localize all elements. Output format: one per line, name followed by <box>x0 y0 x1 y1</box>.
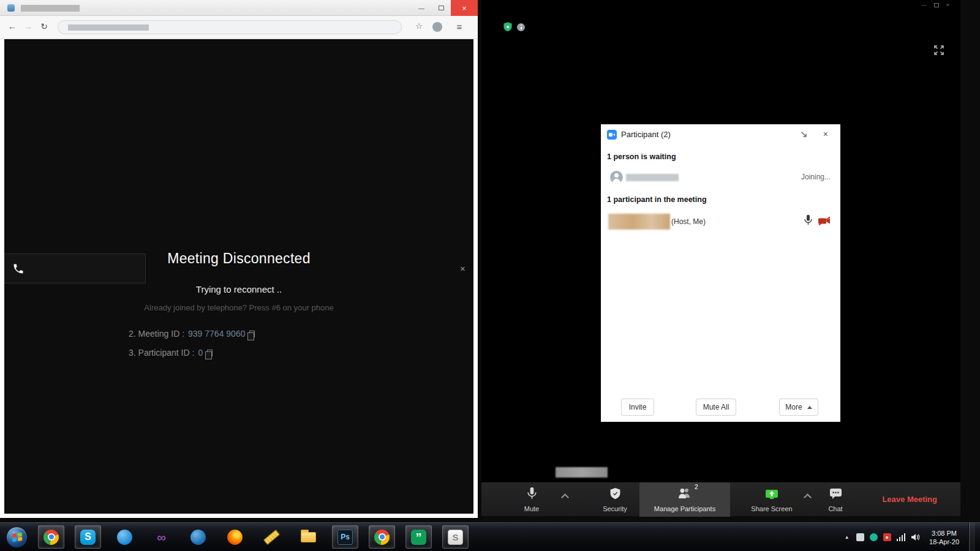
taskbar-item-visual-studio[interactable]: ∞ <box>148 525 175 549</box>
taskbar-item-chrome[interactable] <box>38 525 64 549</box>
taskbar-item-skype[interactable]: S <box>75 525 101 549</box>
copy-participant-id-icon[interactable] <box>207 350 213 356</box>
ruler-icon <box>263 529 281 545</box>
waiting-participant-avatar <box>610 171 623 184</box>
participant-id-value: 0 <box>198 348 203 358</box>
screenpresso-icon: S <box>448 530 463 545</box>
minimize-button[interactable]: — <box>921 1 927 9</box>
profile-avatar-icon[interactable] <box>432 22 442 32</box>
manage-participants-control[interactable]: 2 Manage Participants <box>639 482 730 517</box>
share-screen-control[interactable]: Share Screen <box>744 482 800 517</box>
zoom-meeting-window: — × Participant (2) <box>481 0 960 516</box>
chrome-icon <box>374 530 390 545</box>
start-button[interactable] <box>6 527 28 548</box>
share-options-chevron-icon[interactable] <box>804 493 812 501</box>
host-suffix-label: (Host, Me) <box>671 217 706 226</box>
bookmark-star-icon[interactable]: ☆ <box>413 21 425 31</box>
host-video-off-icon[interactable] <box>818 216 831 226</box>
taskbar: S ∞ Ps ” S ▲ 3:08 PM 18-A <box>0 522 980 551</box>
maximize-button[interactable] <box>431 0 451 16</box>
address-bar[interactable] <box>58 20 402 34</box>
leave-meeting-button[interactable]: Leave Meeting <box>882 482 937 517</box>
close-panel-icon[interactable]: × <box>823 124 828 144</box>
browser-toolbar: ← → ↻ ☆ ≡ <box>0 16 478 39</box>
security-label: Security <box>592 505 638 512</box>
meeting-info-icon[interactable] <box>517 23 525 31</box>
meeting-id-value: 939 7764 9060 <box>188 329 245 339</box>
tray-alert-icon[interactable] <box>883 533 891 541</box>
clock-time: 3:08 PM <box>929 529 959 538</box>
desktop: — × ← → ↻ ☆ ≡ × Meeting Disconnected <box>0 0 980 551</box>
security-shield-icon <box>610 488 620 500</box>
mute-control[interactable]: Mute <box>510 482 554 517</box>
chat-label: Chat <box>817 505 854 512</box>
taskbar-item-messenger[interactable] <box>111 525 138 549</box>
photoshop-icon: Ps <box>337 530 353 545</box>
back-icon[interactable]: ← <box>6 21 18 31</box>
browser-titlebar[interactable]: — × <box>0 0 478 16</box>
reload-icon[interactable]: ↻ <box>38 21 50 31</box>
participants-panel-header[interactable]: Participant (2) × <box>601 124 840 144</box>
reconnect-status: Trying to reconnect .. <box>4 284 473 294</box>
forward-icon[interactable]: → <box>22 21 34 31</box>
more-button-label: More <box>785 403 802 411</box>
browser-window: — × ← → ↻ ☆ ≡ × Meeting Disconnected <box>0 0 478 518</box>
taskbar-item-file-explorer[interactable] <box>295 525 322 549</box>
zoom-webclient-page: × Meeting Disconnected Trying to reconne… <box>4 39 473 514</box>
participant-id-row: 3. Participant ID :0 <box>129 348 213 358</box>
firefox-icon <box>227 530 243 545</box>
tray-app-icon[interactable] <box>856 533 864 541</box>
meeting-id-label: 2. Meeting ID : <box>129 329 184 339</box>
taskbar-item-photoshop[interactable]: Ps <box>332 525 358 549</box>
encryption-shield-icon[interactable] <box>503 22 512 32</box>
maximize-icon <box>439 6 444 10</box>
mute-all-button[interactable]: Mute All <box>696 399 736 416</box>
copy-meeting-id-icon[interactable] <box>249 331 255 337</box>
more-button[interactable]: More <box>779 399 818 416</box>
fullscreen-icon[interactable] <box>933 45 944 56</box>
chat-icon <box>829 488 842 500</box>
host-name-redacted <box>608 214 670 230</box>
tray-sync-icon[interactable] <box>870 533 878 541</box>
chrome-icon <box>43 530 59 545</box>
disconnect-title: Meeting Disconnected <box>4 250 473 267</box>
waiting-room-header: 1 person is waiting <box>607 152 676 161</box>
waiting-participant-name-redacted <box>626 174 679 181</box>
popout-panel-icon[interactable] <box>801 131 807 138</box>
skype-icon: S <box>80 530 96 545</box>
minimize-button[interactable]: — <box>412 0 431 16</box>
chat-control[interactable]: Chat <box>817 482 854 517</box>
close-button[interactable]: × <box>946 1 949 9</box>
taskbar-item-firefox[interactable] <box>222 525 248 549</box>
taskbar-item-chrome-2[interactable] <box>369 525 395 549</box>
taskbar-item-hangouts[interactable]: ” <box>405 525 432 549</box>
visual-studio-icon: ∞ <box>157 530 166 545</box>
taskbar-item-screenpresso[interactable]: S <box>442 525 469 549</box>
meeting-id-row: 2. Meeting ID :939 7764 9060 <box>129 329 255 339</box>
browser-tab-title-redacted <box>21 5 80 12</box>
volume-icon[interactable] <box>911 533 920 541</box>
browser-tab-favicon <box>7 4 15 12</box>
meeting-toolbar: Mute Security <box>481 482 960 516</box>
participants-count-badge: 2 <box>695 484 698 490</box>
show-desktop-button[interactable] <box>968 523 975 551</box>
caret-up-icon <box>807 406 812 409</box>
participants-icon <box>677 487 693 500</box>
menu-icon[interactable]: ≡ <box>453 21 466 32</box>
mute-label: Mute <box>510 505 554 512</box>
taskbar-clock[interactable]: 3:08 PM 18-Apr-20 <box>925 529 963 546</box>
network-icon[interactable] <box>897 533 906 541</box>
participant-nameplate-redacted <box>556 467 608 478</box>
clock-date: 18-Apr-20 <box>929 538 959 546</box>
audio-options-chevron-icon[interactable] <box>561 493 569 501</box>
taskbar-item-blue-app[interactable] <box>185 525 211 549</box>
security-control[interactable]: Security <box>592 482 638 517</box>
invite-button[interactable]: Invite <box>621 399 654 416</box>
tray-expand-icon[interactable]: ▲ <box>843 534 851 540</box>
host-mic-icon[interactable] <box>804 214 812 226</box>
close-button[interactable]: × <box>451 0 478 16</box>
maximize-button[interactable] <box>934 3 939 7</box>
participants-panel-title: Participant (2) <box>621 124 671 144</box>
taskbar-item-screen-ruler[interactable] <box>258 525 285 549</box>
participants-panel: Participant (2) × 1 person is waiting Jo… <box>601 124 840 422</box>
